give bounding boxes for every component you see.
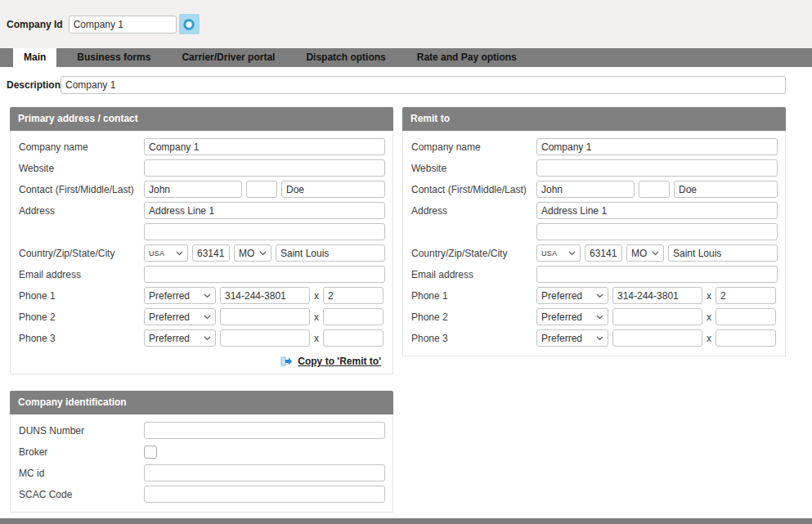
primary-country-select[interactable]: USA	[144, 244, 188, 262]
field-row: DUNS Number	[19, 422, 393, 439]
field-row: Email address	[19, 266, 393, 283]
address-label: Address	[19, 205, 144, 217]
contact-label: Contact (First/Middle/Last)	[411, 184, 536, 195]
company-id-input[interactable]	[69, 16, 177, 34]
copy-arrow-icon	[280, 356, 293, 367]
company-name-label: Company name	[19, 141, 144, 153]
primary-phone3-ext-input[interactable]	[323, 329, 384, 347]
remit-phone2-ext-input[interactable]	[716, 308, 776, 325]
field-row: Phone 3 Preferred x	[19, 329, 393, 347]
remit-to-panel: Remit to Company name Website Contact (F…	[402, 107, 786, 374]
field-row	[19, 223, 393, 240]
field-row: Address	[19, 202, 393, 219]
primary-state-select[interactable]: MO	[234, 244, 271, 262]
scac-code-input[interactable]	[144, 486, 385, 503]
remit-phone3-type-select[interactable]: Preferred	[536, 329, 608, 347]
primary-phone2-ext-input[interactable]	[323, 308, 384, 325]
primary-phone1-ext-input[interactable]	[323, 287, 384, 304]
field-row: Country/Zip/State/City USA MO	[19, 244, 393, 262]
remit-city-input[interactable]	[668, 244, 778, 262]
chevron-down-icon	[596, 336, 603, 341]
phone3-label: Phone 3	[411, 333, 536, 344]
primary-contact-first-input[interactable]	[144, 181, 242, 198]
primary-phone2-type-value: Preferred	[149, 311, 190, 323]
broker-checkbox[interactable]	[144, 446, 157, 459]
remit-address-line1-input[interactable]	[536, 202, 778, 219]
primary-website-input[interactable]	[144, 159, 385, 177]
remit-phone2-type-select[interactable]: Preferred	[536, 308, 608, 325]
remit-country-select[interactable]: USA	[536, 244, 581, 262]
tab-carrier-driver-portal[interactable]: Carrier/Driver portal	[171, 48, 285, 67]
chevron-down-icon	[596, 293, 603, 298]
remit-phone1-ext-input[interactable]	[716, 287, 776, 304]
address-panels: Primary address / contact Company name W…	[10, 107, 812, 374]
ext-label: x	[707, 311, 711, 323]
primary-contact-middle-input[interactable]	[246, 181, 277, 198]
chevron-down-icon	[204, 315, 211, 320]
primary-company-name-input[interactable]	[144, 138, 385, 155]
field-row: Phone 2 Preferred x	[19, 308, 393, 325]
tab-business-forms[interactable]: Business forms	[66, 48, 161, 67]
copy-to-remit-link[interactable]: Copy to 'Remit to'	[298, 356, 381, 367]
chevron-down-icon	[259, 251, 267, 256]
ext-label: x	[707, 333, 711, 344]
field-row: Company name	[19, 138, 393, 155]
primary-address-line1-input[interactable]	[144, 202, 385, 219]
identification-panel-title: Company identification	[10, 391, 393, 414]
ext-label: x	[314, 290, 319, 302]
remit-state-select[interactable]: MO	[626, 244, 664, 262]
primary-zip-input[interactable]	[192, 244, 230, 262]
tab-bar: Main Business forms Carrier/Driver porta…	[0, 48, 812, 67]
description-label: Description	[7, 79, 61, 91]
primary-phone2-number-input[interactable]	[220, 308, 310, 325]
field-row: MC id	[19, 464, 393, 481]
remit-phone1-type-select[interactable]: Preferred	[536, 287, 608, 304]
primary-phone1-type-value: Preferred	[149, 290, 190, 302]
remit-email-input[interactable]	[536, 266, 778, 283]
remit-contact-middle-input[interactable]	[639, 181, 670, 198]
description-input[interactable]	[61, 76, 786, 94]
tab-rate-and-pay-options[interactable]: Rate and Pay options	[406, 48, 527, 67]
remit-contact-first-input[interactable]	[536, 181, 635, 198]
remit-phone1-type-value: Preferred	[541, 290, 582, 302]
primary-contact-last-input[interactable]	[281, 181, 385, 198]
primary-phone3-number-input[interactable]	[220, 329, 310, 347]
phone2-label: Phone 2	[411, 311, 536, 323]
primary-address-line2-input[interactable]	[144, 223, 385, 240]
primary-phone1-number-input[interactable]	[220, 287, 310, 304]
chevron-down-icon	[176, 251, 183, 256]
website-label: Website	[19, 163, 144, 174]
remit-website-input[interactable]	[536, 159, 778, 177]
remit-phone2-number-input[interactable]	[612, 308, 702, 325]
field-row: Contact (First/Middle/Last)	[19, 181, 393, 198]
company-lookup-button[interactable]	[179, 14, 200, 34]
tab-dispatch-options[interactable]: Dispatch options	[295, 48, 396, 67]
primary-email-input[interactable]	[144, 266, 385, 283]
remit-phone1-number-input[interactable]	[612, 287, 702, 304]
remit-panel-body: Company name Website Contact (First/Midd…	[402, 131, 786, 356]
contact-label: Contact (First/Middle/Last)	[19, 184, 144, 195]
duns-number-label: DUNS Number	[19, 425, 144, 437]
primary-phone1-type-select[interactable]: Preferred	[144, 287, 216, 304]
primary-phone2-type-select[interactable]: Preferred	[144, 308, 216, 325]
scac-code-label: SCAC Code	[19, 489, 144, 500]
remit-zip-input[interactable]	[585, 244, 622, 262]
field-row: Phone 1 Preferred x	[411, 287, 785, 304]
remit-phone3-ext-input[interactable]	[716, 329, 776, 347]
remit-phone3-type-value: Preferred	[541, 333, 582, 344]
top-bar: Company Id	[0, 0, 812, 48]
primary-phone3-type-select[interactable]: Preferred	[144, 329, 216, 347]
remit-phone3-number-input[interactable]	[612, 329, 702, 347]
mc-id-input[interactable]	[144, 464, 385, 481]
email-label: Email address	[19, 269, 144, 280]
tab-main[interactable]: Main	[13, 48, 56, 67]
identification-panel-body: DUNS Number Broker MC id SCAC Code	[10, 414, 393, 513]
remit-state-value: MO	[631, 248, 647, 259]
remit-company-name-input[interactable]	[536, 138, 778, 155]
remit-contact-last-input[interactable]	[674, 181, 778, 198]
remit-address-line2-input[interactable]	[536, 223, 778, 240]
chevron-down-icon	[596, 315, 603, 320]
primary-city-input[interactable]	[276, 244, 385, 262]
duns-number-input[interactable]	[144, 422, 385, 439]
phone3-label: Phone 3	[19, 333, 144, 344]
